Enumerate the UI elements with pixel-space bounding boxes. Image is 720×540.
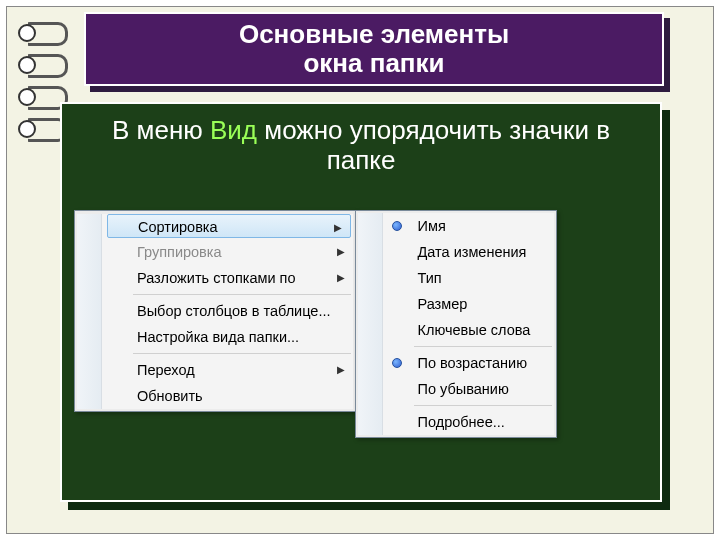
- sort-by-type[interactable]: Тип: [386, 265, 554, 291]
- highlight-word: Вид: [210, 115, 257, 145]
- menu-item-refresh[interactable]: Обновить: [105, 383, 353, 409]
- menu-item-customize-folder[interactable]: Настройка вида папки...: [105, 324, 353, 350]
- submenu-arrow-icon: ▶: [337, 239, 345, 265]
- sort-by-name[interactable]: Имя: [386, 213, 554, 239]
- title-line-1: Основные элементы: [239, 19, 509, 49]
- sort-by-keywords[interactable]: Ключевые слова: [386, 317, 554, 343]
- menu-separator: [414, 346, 552, 347]
- body-text: В меню Вид можно упорядочить значки в па…: [62, 104, 660, 184]
- sort-ascending[interactable]: По возрастанию: [386, 350, 554, 376]
- view-menu: Сортировка ▶ Группировка ▶ Разложить сто…: [74, 210, 356, 412]
- slide-title: Основные элементы окна папки: [84, 12, 664, 86]
- menu-separator: [414, 405, 552, 406]
- sort-by-size[interactable]: Размер: [386, 291, 554, 317]
- menu-item-group[interactable]: Группировка ▶: [105, 239, 353, 265]
- sort-submenu: Имя Дата изменения Тип Размер Ключевые с…: [355, 210, 557, 438]
- radio-selected-icon: [392, 358, 402, 368]
- menu-separator: [133, 294, 351, 295]
- submenu-arrow-icon: ▶: [337, 265, 345, 291]
- submenu-arrow-icon: ▶: [337, 357, 345, 383]
- sort-descending[interactable]: По убыванию: [386, 376, 554, 402]
- menu-item-goto[interactable]: Переход ▶: [105, 357, 353, 383]
- menu-item-choose-columns[interactable]: Выбор столбцов в таблице...: [105, 298, 353, 324]
- context-menus: Сортировка ▶ Группировка ▶ Разложить сто…: [74, 210, 557, 438]
- menu-item-sort[interactable]: Сортировка ▶: [107, 214, 351, 238]
- slide-body: В меню Вид можно упорядочить значки в па…: [60, 102, 662, 502]
- sort-by-date[interactable]: Дата изменения: [386, 239, 554, 265]
- submenu-arrow-icon: ▶: [334, 215, 342, 237]
- menu-separator: [133, 353, 351, 354]
- menu-item-stack[interactable]: Разложить стопками по ▶: [105, 265, 353, 291]
- radio-selected-icon: [392, 221, 402, 231]
- title-line-2: окна папки: [303, 48, 444, 78]
- sort-more[interactable]: Подробнее...: [386, 409, 554, 435]
